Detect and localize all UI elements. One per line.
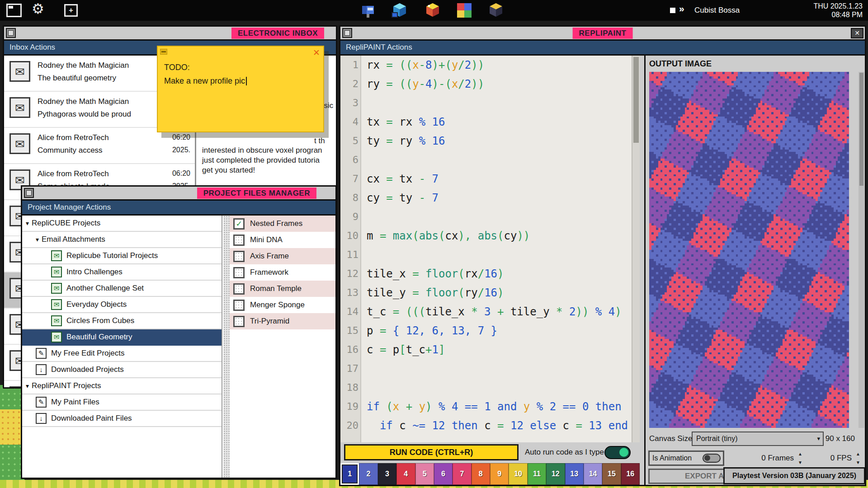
editor-scrollbar-thumb[interactable] (633, 57, 639, 143)
output-scrollbar[interactable] (859, 72, 864, 428)
email-row[interactable]: ✉Alice from RetroTechCommunity access06:… (4, 128, 195, 164)
tree-item[interactable]: ▾Email Attachments (22, 232, 222, 248)
project-manager-menu-label[interactable]: Project Manager Actions (28, 203, 111, 211)
code-line[interactable]: 17 (340, 359, 640, 378)
file-item[interactable]: Roman Temple (230, 281, 335, 297)
chevron-down-icon[interactable]: ▾ (36, 236, 39, 243)
palette-app-icon[interactable] (455, 1, 473, 19)
editor-scrollbar[interactable] (632, 56, 640, 442)
code-line[interactable]: 19if (x + y) % 4 == 1 and y % 2 == 0 the… (340, 397, 640, 416)
palette-swatch[interactable]: 11 (528, 463, 546, 485)
voxel-app-icon[interactable] (487, 1, 505, 19)
checkbox[interactable] (233, 300, 245, 311)
tree-item[interactable]: ▾RepliPAINT Projects (22, 378, 222, 394)
project-manager-titlebar[interactable]: PROJECT FILES MANAGER (22, 187, 335, 201)
code-line[interactable]: 15p = { 12, 6, 13, 7 } (340, 321, 640, 340)
file-item[interactable]: Framework (230, 264, 335, 281)
file-item[interactable]: Tri-Pyramid (230, 313, 335, 329)
palette-swatch[interactable]: 2 (359, 463, 377, 485)
checkbox[interactable]: ✓ (233, 218, 245, 230)
note-minimize-button[interactable] (160, 49, 167, 55)
code-line[interactable]: 11 (340, 245, 640, 264)
code-editor[interactable]: 1rx = ((x-8)+(y/2))2ry = ((y-4)-(x/2))34… (340, 56, 640, 442)
stop-icon[interactable] (670, 8, 675, 13)
blocks-app-icon[interactable] (424, 1, 442, 19)
project-tree-scrollbar[interactable] (223, 216, 230, 478)
palette-swatch[interactable]: 5 (415, 463, 434, 485)
checkbox[interactable] (233, 267, 245, 278)
file-item[interactable]: ✓Nested Frames (230, 216, 335, 232)
code-line[interactable]: 8cy = ty - 7 (340, 188, 640, 207)
tree-item[interactable]: ✉Another Challenge Set (22, 281, 222, 297)
file-item[interactable]: Axis Frame (230, 248, 335, 264)
code-line[interactable]: 16c = p[t_c+1] (340, 340, 640, 359)
code-line[interactable]: 10m = max(abs(cx), abs(cy)) (340, 226, 640, 245)
palette-swatch[interactable]: 6 (434, 463, 453, 485)
code-line[interactable]: 6 (340, 150, 640, 169)
close-icon[interactable]: ✕ (851, 28, 863, 38)
code-line[interactable]: 18 (340, 378, 640, 397)
file-item[interactable]: Mini DNA (230, 232, 335, 248)
inbox-menu-label[interactable]: Inbox Actions (9, 43, 55, 52)
code-line[interactable]: 14t_c = (((tile_x * 3 + tile_y * 2)) % 4… (340, 302, 640, 321)
code-line[interactable]: 12tile_x = floor(rx/16) (340, 264, 640, 283)
code-line[interactable]: 20 if c ~= 12 then c = 12 else c = 13 en… (340, 416, 640, 435)
palette-swatch[interactable]: 14 (584, 463, 602, 485)
tree-item[interactable]: ✎My Paint Files (22, 394, 222, 411)
checkbox[interactable] (233, 316, 245, 327)
tree-item[interactable]: ▾RepliCUBE Projects (22, 216, 222, 232)
tree-item[interactable]: ✉Everyday Objects (22, 297, 222, 313)
code-line[interactable]: 1rx = ((x-8)+(y/2)) (340, 56, 640, 75)
palette-swatch[interactable]: 8 (472, 463, 490, 485)
tree-item[interactable]: ✉Replicube Tutorial Projects (22, 248, 222, 264)
run-code-button[interactable]: RUN CODE (CTRL+R) (344, 444, 519, 460)
checkbox[interactable] (233, 283, 245, 295)
note-close-icon[interactable]: ✕ (313, 47, 320, 58)
palette-swatch[interactable]: 1 (340, 463, 359, 485)
checkbox[interactable] (233, 251, 245, 262)
replipaint-titlebar[interactable]: REPLIPAINT ✕ (340, 27, 865, 41)
checkbox[interactable] (233, 235, 245, 246)
code-line[interactable]: 9 (340, 207, 640, 226)
palette-swatch[interactable]: 16 (621, 463, 640, 485)
skip-icon[interactable]: » (679, 3, 684, 14)
output-scrollbar-thumb[interactable] (859, 73, 863, 186)
palette-swatch[interactable]: 15 (602, 463, 621, 485)
project-manager-menubar[interactable]: Project Manager Actions (22, 201, 335, 216)
chevron-down-icon[interactable]: ▾ (26, 220, 29, 227)
canvas-size-dropdown[interactable]: Portrait (tiny) ▾ (692, 432, 824, 446)
stepper-down-icon[interactable]: ▼ (798, 460, 802, 465)
fps-stepper[interactable]: ▲ ▼ (854, 451, 862, 465)
tree-item[interactable]: ✉Intro Challenges (22, 264, 222, 281)
palette-swatch[interactable]: 3 (378, 463, 396, 485)
palette-swatch[interactable]: 12 (546, 463, 565, 485)
is-animation-toggle[interactable] (703, 454, 721, 463)
tree-item[interactable]: ✉Circles From Cubes (22, 313, 222, 329)
tree-item[interactable]: ↓Downloaded Paint Files (22, 411, 222, 427)
stepper-down-icon[interactable]: ▼ (856, 460, 860, 465)
palette-swatch[interactable]: 4 (396, 463, 415, 485)
chevron-down-icon[interactable]: ▾ (26, 382, 29, 389)
code-line[interactable]: 2ry = ((y-4)-(x/2)) (340, 75, 640, 94)
code-line[interactable]: 5ty = ry % 16 (340, 131, 640, 150)
frames-stepper[interactable]: ▲ ▼ (797, 451, 804, 465)
palette-swatch[interactable]: 10 (509, 463, 527, 485)
sticky-note[interactable]: ✕ TODO: Make a new profile pic (157, 46, 324, 132)
palette-swatch[interactable]: 13 (565, 463, 584, 485)
new-window-icon[interactable]: + (64, 4, 78, 17)
replicube-app-icon[interactable] (391, 1, 409, 19)
palette-swatch[interactable]: 9 (490, 463, 509, 485)
code-line[interactable]: 3 (340, 94, 640, 113)
tree-item[interactable]: ✎My Free Edit Projects (22, 346, 222, 362)
window-icon[interactable] (6, 4, 22, 17)
auto-run-toggle[interactable] (604, 446, 631, 459)
note-line2[interactable]: Make a new profile pic (164, 76, 247, 86)
stepper-up-icon[interactable]: ▲ (798, 451, 802, 456)
mailbox-app-icon[interactable] (359, 1, 377, 19)
palette-swatch[interactable]: 7 (453, 463, 471, 485)
code-line[interactable]: 13tile_y = floor(ry/16) (340, 283, 640, 302)
tree-item[interactable]: ↓Downloaded Projects (22, 362, 222, 378)
replipaint-menu-label[interactable]: RepliPAINT Actions (346, 43, 412, 52)
gear-icon[interactable]: ⚙ (32, 0, 44, 17)
code-line[interactable]: 4tx = rx % 16 (340, 113, 640, 131)
